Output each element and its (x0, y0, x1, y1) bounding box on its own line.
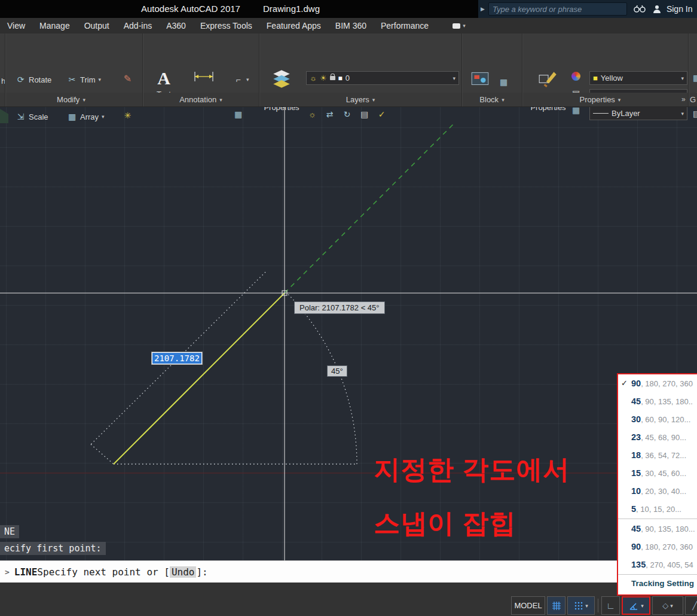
tab-view[interactable]: View (0, 21, 32, 31)
layer-prev-icon[interactable]: ↻ (342, 109, 352, 120)
explode-button[interactable]: ✳ (123, 109, 133, 122)
chevron-down-icon[interactable]: ▾ (246, 77, 249, 83)
search-icon[interactable] (633, 4, 646, 14)
polar-menu-item-30[interactable]: 30, 60, 90, 120... (618, 410, 697, 428)
chevron-down-icon[interactable]: ▾ (585, 603, 588, 609)
explode-icon: ✳ (123, 111, 133, 121)
menu-separator (618, 519, 697, 519)
chevron-down-icon[interactable]: ▾ (641, 603, 644, 609)
annotation-note-1: 지정한 각도에서 (374, 452, 570, 487)
dynamic-input-value: 2107.1782 (152, 353, 201, 364)
document-title: Drawing1.dwg (263, 4, 320, 14)
chevron-down-icon: ▾ (502, 97, 505, 103)
command-history-line-1: NE (0, 525, 19, 538)
create-block-button[interactable]: ▦ (499, 75, 509, 89)
clipped-groups-icon: ▦ (692, 73, 697, 83)
rotate-button[interactable]: ⟳ Rotate (16, 73, 51, 86)
polar-menu-item-5[interactable]: 5, 10, 15, 20... (618, 500, 697, 518)
command-line[interactable]: > LINE Specify next point or [ Undo ]: (0, 560, 697, 583)
chevron-down-icon[interactable]: ▾ (681, 75, 684, 81)
layer-match-icon[interactable]: ⇄ (325, 109, 335, 120)
modify-panel-label[interactable]: Modify ▾ (0, 93, 142, 106)
tab-a360[interactable]: A360 (159, 21, 193, 31)
array-button[interactable]: ▦ Array ▾ (67, 110, 105, 123)
panel-expand-icon[interactable]: » (681, 95, 686, 103)
sign-in-link[interactable]: Sign In (667, 4, 693, 14)
multileader-icon: ⌐ (233, 75, 243, 85)
layer-lock-icon[interactable] (330, 76, 335, 80)
polar-menu-item-10[interactable]: 10, 20, 30, 40... (618, 482, 697, 500)
layer-select[interactable]: ☼ ☀ ■ 0 ▾ (306, 71, 459, 85)
drawing-canvas[interactable]: Polar: 2107.1782 < 45° 2107.1782 45° 지정한… (0, 106, 697, 560)
ribbon: h ⟳ Rotate ✂ Trim ▾ ✎ ◫ Mirror ◜ Fillet … (0, 33, 697, 93)
polar-menu-item-18[interactable]: 18, 36, 54, 72... (618, 446, 697, 464)
make-current-icon[interactable]: ☼ (307, 109, 317, 120)
tab-manage[interactable]: Manage (32, 21, 77, 31)
angle-input-field[interactable]: 45° (327, 365, 347, 377)
object-color-select[interactable]: ■ Yellow ▾ (589, 71, 687, 85)
clipped-panel-label-right: G (689, 93, 697, 106)
scale-button[interactable]: ⇲ Scale (16, 110, 48, 123)
erase-button[interactable]: ✎ (123, 72, 133, 85)
polar-menu-item-135[interactable]: 135, 270, 405, 54 (618, 556, 697, 574)
object-snap-tracking-button[interactable]: ╱ ▾ (685, 596, 697, 615)
polar-menu-item-45b[interactable]: 45, 90, 135, 180... (618, 520, 697, 538)
layer-walk-icon[interactable]: ▤ (359, 109, 369, 120)
osnap-tracking-icon: ╱ (692, 601, 697, 610)
layers-panel-label[interactable]: Layers ▾ (259, 93, 461, 106)
linetype-select[interactable]: ByLayer ▾ (589, 106, 687, 120)
ortho-toggle-button[interactable]: ∟ (601, 596, 620, 615)
table-button[interactable]: ▦ (233, 108, 243, 121)
model-space-button[interactable]: MODEL (511, 596, 545, 615)
trim-button[interactable]: ✂ Trim ▾ (67, 73, 101, 86)
trim-icon: ✂ (67, 75, 77, 85)
user-icon[interactable] (652, 4, 662, 14)
annotation-panel-label[interactable]: Annotation ▾ (143, 93, 259, 106)
tab-bim-360[interactable]: BIM 360 (328, 21, 374, 31)
insert-icon (469, 68, 491, 92)
isometric-icon: ◇ (662, 601, 668, 610)
chevron-down-icon[interactable]: ▾ (670, 603, 673, 609)
polar-tracking-button[interactable]: ▾ (622, 596, 650, 615)
snap-toggle-button[interactable]: ▾ (567, 596, 595, 615)
tracking-settings-item[interactable]: Tracking Setting (618, 575, 697, 592)
tab-output[interactable]: Output (77, 21, 117, 31)
undo-option-link[interactable]: Undo (170, 566, 197, 578)
tab-performance[interactable]: Performance (374, 21, 436, 31)
polar-menu-item-90b[interactable]: 90, 180, 270, 360 (618, 538, 697, 556)
dynamic-input-field[interactable]: 2107.1782 (151, 352, 203, 365)
layer-color-swatch[interactable]: ■ (338, 74, 343, 83)
chevron-down-icon: ▾ (618, 97, 621, 103)
tab-featured-apps[interactable]: Featured Apps (259, 21, 328, 31)
collapse-arrow-icon[interactable]: ▶ (481, 6, 485, 12)
match-properties-icon (537, 68, 559, 92)
color-swatch: ■ (593, 74, 598, 83)
block-panel-label[interactable]: Block ▾ (462, 93, 522, 106)
linetype-icon (593, 113, 609, 114)
panel-label-strip: Modify ▾ Annotation ▾ Layers ▾ Block ▾ P… (0, 93, 697, 107)
command-prompt-text: Specify next point or [ (37, 566, 170, 578)
layer-merge-icon[interactable]: ✓ (377, 109, 387, 120)
chevron-down-icon[interactable]: ▾ (453, 75, 456, 81)
color-sphere-icon[interactable] (571, 72, 580, 81)
ribbon-options-button[interactable]: ▾ (453, 23, 466, 29)
search-input[interactable] (488, 2, 627, 16)
properties-panel-label[interactable]: Properties ▾ (522, 93, 678, 106)
multileader-button[interactable]: ⌐ ▾ (233, 73, 249, 86)
tab-add-ins[interactable]: Add-ins (117, 21, 159, 31)
polar-menu-item-90[interactable]: ✓ 90, 180, 270, 360 (618, 374, 697, 392)
layer-thaw-icon[interactable]: ☀ (320, 74, 327, 83)
chevron-down-icon[interactable]: ▾ (681, 111, 684, 117)
polar-tooltip: Polar: 2107.1782 < 45° (294, 301, 385, 314)
tab-express-tools[interactable]: Express Tools (193, 21, 259, 31)
title-bar: Autodesk AutoCAD 2017 Drawing1.dwg ▶ Sig… (0, 0, 697, 18)
erase-icon: ✎ (123, 74, 133, 84)
chevron-down-icon[interactable]: ▾ (102, 114, 105, 120)
polar-menu-item-15[interactable]: 15, 30, 45, 60... (618, 464, 697, 482)
polar-menu-item-23[interactable]: 23, 45, 68, 90... (618, 428, 697, 446)
layer-on-icon[interactable]: ☼ (310, 74, 317, 83)
isometric-drafting-button[interactable]: ◇ ▾ (652, 596, 683, 615)
chevron-down-icon[interactable]: ▾ (99, 77, 102, 83)
polar-menu-item-45[interactable]: 45, 90, 135, 180.. (618, 392, 697, 410)
grid-toggle-button[interactable] (547, 596, 565, 615)
